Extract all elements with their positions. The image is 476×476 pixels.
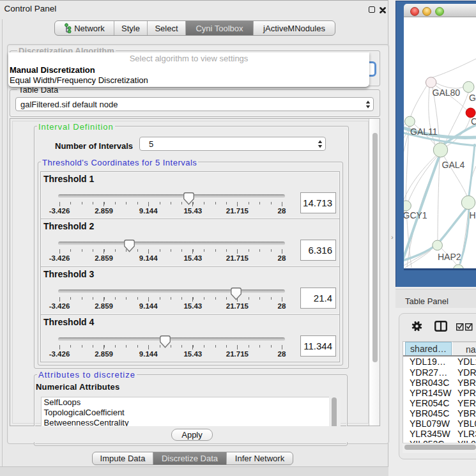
svg-text:GA: GA xyxy=(469,93,476,103)
svg-text:GAL80: GAL80 xyxy=(433,88,461,98)
svg-text:H: H xyxy=(470,210,476,220)
svg-text:GAL4: GAL4 xyxy=(442,160,465,170)
svg-text:GAL11: GAL11 xyxy=(410,127,438,137)
svg-text:HAP2: HAP2 xyxy=(438,252,461,262)
svg-text:GCY1: GCY1 xyxy=(404,210,427,220)
svg-text:C: C xyxy=(471,116,476,127)
